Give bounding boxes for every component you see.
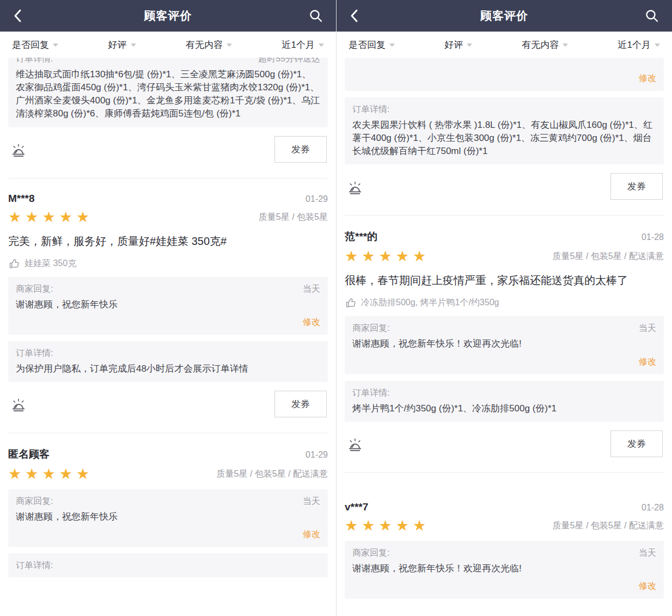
thumb-up-icon	[8, 258, 20, 269]
divider	[8, 433, 328, 433]
issue-coupon-button[interactable]: 发券	[610, 430, 663, 457]
merchant-reply-text: 谢谢惠顾，祝您新年快乐	[16, 298, 320, 311]
action-row: 发券	[9, 391, 327, 417]
chevron-down-icon	[319, 44, 324, 47]
reply-time-label: 当天	[303, 496, 320, 507]
right-content: 修改 订单详情: 农夫果园果汁饮料 ( 热带水果 )1.8L (份)*1、有友山…	[337, 58, 672, 616]
star-icon: ★	[413, 248, 430, 264]
order-detail-label: 订单详情:	[16, 560, 53, 571]
order-detail-label: 订单详情:	[352, 387, 389, 398]
merchant-reply-box: 商家回复: 当天 谢谢惠顾，祝您新年快乐 修改	[8, 277, 328, 335]
order-detail-label: 订单详情:	[352, 104, 389, 115]
star-rating: ★★★★★	[8, 467, 93, 482]
filter-content[interactable]: 有无内容	[522, 39, 568, 51]
alarm-bell-icon[interactable]	[9, 395, 28, 413]
review-header: M***8 01-29	[8, 193, 328, 205]
star-icon: ★	[59, 466, 76, 482]
order-detail-box: 订单详情: 为保护用户隐私，订单完成后48小时后才会展示订单详情	[8, 341, 328, 382]
right-screen: 顾客评价 是否回复 好评 有无内容 近1个月 修改 订单详情: 农夫果园果汁饮料…	[336, 0, 672, 616]
filter-content[interactable]: 有无内容	[186, 39, 232, 51]
chevron-down-icon	[389, 44, 395, 47]
filter-content-label: 有无内容	[186, 39, 223, 51]
filter-period[interactable]: 近1个月	[618, 39, 660, 51]
right-filterbar: 是否回复 好评 有无内容 近1个月	[337, 32, 672, 58]
merchant-reply-label: 商家回复:	[352, 323, 389, 334]
modify-reply-link[interactable]: 修改	[352, 73, 656, 84]
star-icon: ★	[8, 209, 25, 225]
modify-reply-link[interactable]: 修改	[352, 581, 656, 592]
order-detail-label: 订单详情:	[16, 58, 53, 64]
review-username: 范***的	[345, 230, 377, 244]
rating-detail-text: 质量5星 / 包装5星 / 配送满意	[553, 520, 664, 532]
right-appbar: 顾客评价	[337, 0, 672, 32]
review-rating-row: ★★★★★ 质量5星 / 包装5星 / 配送满意	[8, 467, 328, 482]
star-icon: ★	[25, 466, 42, 482]
back-button[interactable]	[11, 7, 29, 25]
star-icon: ★	[362, 248, 378, 264]
review-header: 匿名顾客 01-29	[8, 447, 328, 461]
alarm-bell-icon[interactable]	[346, 434, 364, 453]
filter-period-label: 近1个月	[618, 39, 651, 51]
merchant-reply-box: 修改	[345, 58, 664, 91]
review-date: 01-29	[306, 450, 328, 460]
customer-review-app: 顾客评价 是否回复 好评 有无内容 近1个月 订单详情: 超时55分钟送达 维达…	[0, 0, 672, 616]
action-row: 发券	[9, 136, 327, 163]
star-icon: ★	[76, 466, 93, 482]
left-filterbar: 是否回复 好评 有无内容 近1个月	[0, 32, 336, 58]
filter-rating-label: 好评	[108, 39, 127, 51]
action-row: 发券	[346, 430, 663, 457]
overtime-label: 超时55分钟送达	[258, 58, 320, 64]
modify-reply-link[interactable]: 修改	[352, 356, 656, 368]
reply-time-label: 当天	[639, 323, 656, 334]
review-username: 匿名顾客	[8, 447, 50, 461]
review-date: 01-28	[642, 232, 664, 242]
filter-rating-label: 好评	[444, 39, 463, 51]
chevron-down-icon	[563, 44, 568, 47]
order-items-text: 维达抽取式面巾纸130抽*6包/提 (份)*1、三全凌黑芝麻汤圆500g (份)…	[16, 68, 320, 121]
search-icon[interactable]	[643, 7, 661, 25]
filter-rating[interactable]: 好评	[444, 39, 472, 51]
star-icon: ★	[42, 466, 59, 482]
order-detail-box: 订单详情: 农夫果园果汁饮料 ( 热带水果 )1.8L (份)*1、有友山椒凤爪…	[345, 97, 664, 164]
merchant-reply-text: 谢谢惠顾，祝您新年快乐	[16, 510, 320, 523]
issue-coupon-button[interactable]: 发券	[274, 136, 327, 163]
product-tag-label: 娃娃菜 350克	[25, 258, 76, 269]
filter-reply-label: 是否回复	[12, 39, 49, 51]
search-icon[interactable]	[307, 7, 325, 25]
rating-detail-text: 质量5星 / 包装5星	[259, 212, 328, 223]
filter-period[interactable]: 近1个月	[282, 39, 324, 51]
left-appbar: 顾客评价	[0, 0, 336, 32]
alarm-bell-icon[interactable]	[9, 140, 28, 158]
merchant-reply-box: 商家回复: 当天 谢谢惠顾，祝您新年快乐！欢迎再次光临! 修改	[345, 541, 664, 599]
filter-rating[interactable]: 好评	[108, 39, 136, 51]
star-rating: ★★★★★	[8, 210, 93, 225]
merchant-reply-label: 商家回复:	[16, 496, 53, 507]
star-icon: ★	[42, 209, 59, 225]
review-rating-row: ★★★★★ 质量5星 / 包装5星 / 配送满意	[345, 519, 664, 533]
merchant-reply-box: 商家回复: 当天 谢谢惠顾，祝您新年快乐！欢迎再次光临! 修改	[345, 316, 664, 374]
filter-reply-label: 是否回复	[349, 39, 386, 51]
chevron-down-icon	[467, 44, 472, 47]
alarm-bell-icon[interactable]	[346, 177, 364, 196]
issue-coupon-button[interactable]: 发券	[274, 391, 327, 417]
product-tag-label: 冷冻肋排500g, 烤半片鸭1个/约350g	[361, 297, 499, 309]
star-icon: ★	[25, 209, 42, 225]
issue-coupon-button[interactable]: 发券	[610, 173, 663, 200]
order-privacy-text: 为保护用户隐私，订单完成后48小时后才会展示订单详情	[16, 362, 320, 375]
page-title: 顾客评价	[0, 8, 336, 23]
star-icon: ★	[378, 248, 395, 264]
review-username: v***7	[345, 501, 368, 513]
filter-reply[interactable]: 是否回复	[349, 39, 395, 51]
filter-period-label: 近1个月	[282, 39, 315, 51]
product-tag: 冷冻肋排500g, 烤半片鸭1个/约350g	[345, 297, 664, 309]
back-button[interactable]	[347, 7, 366, 25]
modify-reply-link[interactable]: 修改	[16, 317, 320, 328]
modify-reply-link[interactable]: 修改	[16, 529, 320, 540]
star-icon: ★	[396, 518, 413, 534]
star-rating: ★★★★★	[345, 519, 430, 533]
filter-reply[interactable]: 是否回复	[12, 39, 58, 51]
order-detail-box: 订单详情:	[8, 553, 328, 577]
divider	[345, 215, 664, 215]
chevron-down-icon	[53, 44, 58, 47]
product-tag: 娃娃菜 350克	[8, 258, 328, 269]
